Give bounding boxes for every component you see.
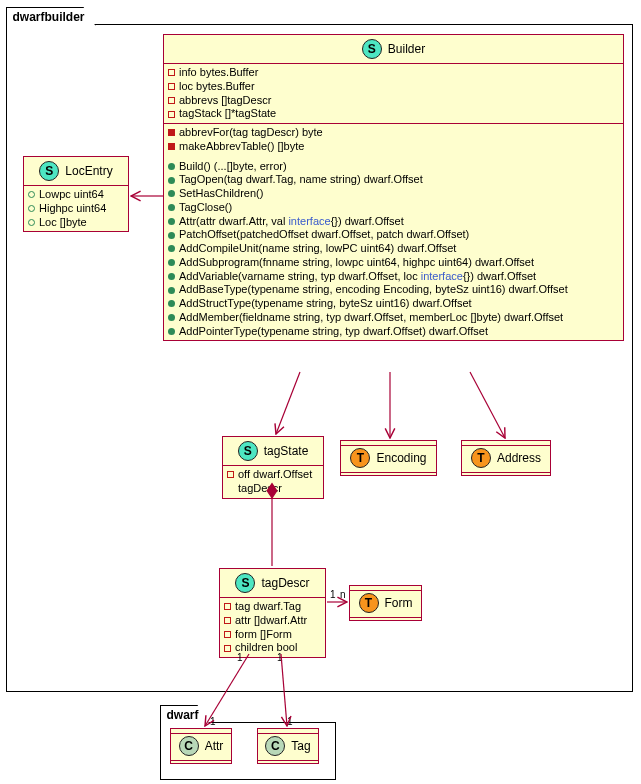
cardinality-label: 1 <box>330 589 336 600</box>
class-locentry-title: LocEntry <box>65 164 112 178</box>
field-row: info bytes.Buffer <box>168 66 619 80</box>
class-form: T Form <box>349 585 422 621</box>
field-row: Highpc uint64 <box>28 202 124 216</box>
method-row: AddStructType(typename string, byteSz ui… <box>168 297 619 311</box>
package-dwarf-label: dwarf <box>160 705 210 724</box>
cardinality-label: 1 <box>210 716 216 727</box>
method-row: makeAbbrevTable() []byte <box>168 140 619 154</box>
cardinality-label: 1 <box>277 652 283 663</box>
field-row: Lowpc uint64 <box>28 188 124 202</box>
field-row: tagDescr <box>227 482 319 496</box>
field-row: Loc []byte <box>28 216 124 230</box>
cardinality-label: n <box>340 589 346 600</box>
method-row: SetHasChildren() <box>168 187 619 201</box>
method-row: AddPointerType(typename string, typ dwar… <box>168 325 619 339</box>
field-row: off dwarf.Offset <box>227 468 319 482</box>
field-row: tag dwarf.Tag <box>224 600 321 614</box>
method-row: abbrevFor(tag tagDescr) byte <box>168 126 619 140</box>
cardinality-label: 1 <box>287 716 293 727</box>
class-tagdescr: S tagDescr tag dwarf.Tagattr []dwarf.Att… <box>219 568 326 658</box>
method-row: TagOpen(tag dwarf.Tag, name string) dwar… <box>168 173 619 187</box>
class-address-title: Address <box>497 451 541 465</box>
class-address: T Address <box>461 440 551 476</box>
method-row: TagClose() <box>168 201 619 215</box>
class-icon: C <box>265 736 285 756</box>
type-icon: T <box>350 448 370 468</box>
type-icon: T <box>471 448 491 468</box>
struct-icon: S <box>39 161 59 181</box>
method-row: PatchOffset(patchedOffset dwarf.Offset, … <box>168 228 619 242</box>
type-icon: T <box>359 593 379 613</box>
package-dwarfbuilder-label: dwarfbuilder <box>6 7 96 26</box>
struct-icon: S <box>238 441 258 461</box>
class-attr-title: Attr <box>205 739 224 753</box>
class-attr: C Attr <box>170 728 232 764</box>
class-tag: C Tag <box>257 728 319 764</box>
class-locentry: S LocEntry Lowpc uint64Highpc uint64Loc … <box>23 156 129 232</box>
method-row: Attr(attr dwarf.Attr, val interface{}) d… <box>168 215 619 229</box>
diagram-canvas: dwarfbuilder dwarf S Builder info bytes.… <box>0 0 641 784</box>
struct-icon: S <box>235 573 255 593</box>
method-row: AddSubprogram(fnname string, lowpc uint6… <box>168 256 619 270</box>
cardinality-label: 1 <box>237 652 243 663</box>
method-row: Build() (...[]byte, error) <box>168 160 619 174</box>
field-row: abbrevs []tagDescr <box>168 94 619 108</box>
class-encoding-title: Encoding <box>376 451 426 465</box>
field-row: tagStack []*tagState <box>168 107 619 121</box>
field-row: attr []dwarf.Attr <box>224 614 321 628</box>
method-row: AddBaseType(typename string, encoding En… <box>168 283 619 297</box>
class-tag-title: Tag <box>291 739 310 753</box>
class-builder: S Builder info bytes.Bufferloc bytes.Buf… <box>163 34 624 341</box>
method-row: AddMember(fieldname string, typ dwarf.Of… <box>168 311 619 325</box>
method-row: AddCompileUnit(name string, lowPC uint64… <box>168 242 619 256</box>
struct-icon: S <box>362 39 382 59</box>
method-row: AddVariable(varname string, typ dwarf.Of… <box>168 270 619 284</box>
class-tagstate: S tagState off dwarf.OffsettagDescr <box>222 436 324 499</box>
class-encoding: T Encoding <box>340 440 437 476</box>
class-tagdescr-title: tagDescr <box>261 576 309 590</box>
class-icon: C <box>179 736 199 756</box>
field-row: loc bytes.Buffer <box>168 80 619 94</box>
class-builder-title: Builder <box>388 42 425 56</box>
field-row: form []Form <box>224 628 321 642</box>
class-form-title: Form <box>385 596 413 610</box>
class-tagstate-title: tagState <box>264 444 309 458</box>
